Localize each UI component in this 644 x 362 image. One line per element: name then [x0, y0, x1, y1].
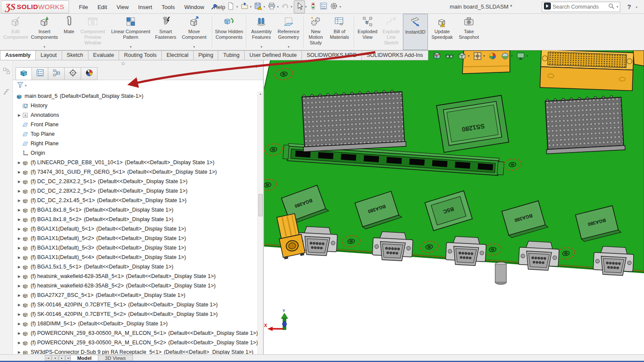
expand-arrow-icon[interactable]: ▶ — [16, 189, 22, 193]
section-view-button[interactable] — [432, 51, 442, 61]
search-input[interactable] — [553, 4, 606, 10]
expand-arrow-icon[interactable]: ▶ — [16, 227, 22, 231]
linear-component-pattern-dropdown-icon[interactable]: ▾ — [108, 45, 154, 49]
expand-arrow-icon[interactable]: ▶ — [16, 256, 22, 259]
open-document-button[interactable] — [239, 1, 250, 13]
tree-item[interactable]: ▶(f) SK-00146_420PIN_0.7CBYTE_5<1>(Defau… — [13, 300, 258, 309]
assembly-features-button[interactable]: Assembly Features▾ — [248, 14, 275, 50]
tree-item[interactable]: ▶(f) BGA27X27_BSC_5<1>(Default<<Default>… — [13, 290, 258, 300]
expand-arrow-icon[interactable]: ▶ — [16, 341, 22, 345]
expand-arrow-icon[interactable]: ▶ — [16, 218, 22, 222]
menu-window[interactable]: Window — [179, 1, 209, 13]
expand-arrow-icon[interactable]: ▶ — [16, 284, 22, 288]
new-motion-study-button[interactable]: New Motion Study — [305, 14, 327, 50]
tree-scrollbar[interactable]: ▲ — [258, 91, 263, 354]
tab-sketch[interactable]: Sketch — [62, 50, 88, 60]
tree-item[interactable]: ▶(f) BGA1X1(Default)_5<3>(Default<<Defau… — [13, 243, 258, 253]
expand-arrow-icon[interactable]: ▶ — [16, 161, 22, 165]
tab-routing-tools[interactable]: Routing Tools — [119, 50, 162, 60]
tree-item[interactable]: ▶AAnnotations — [13, 110, 258, 120]
yellow-connector-corner[interactable] — [633, 50, 644, 66]
instant3d-button[interactable]: Instant3D — [403, 14, 428, 50]
tree-item[interactable]: ▶(f) LINECARD_PCB_EB8_V01_10<1>(Default<… — [13, 158, 258, 167]
view-tab-model[interactable]: Model — [70, 355, 98, 361]
featuremanager-tab[interactable] — [16, 67, 32, 80]
flyout-expand-chevron[interactable]: › — [256, 62, 258, 70]
next-sheet-button[interactable]: ► — [59, 355, 65, 361]
tree-item[interactable]: ▶(f) DC_DC_2.2x1.45_5<1>(Default<<Defaul… — [13, 196, 258, 205]
tree-item[interactable]: Top Plane — [13, 129, 258, 139]
yellow-connector-right[interactable] — [540, 50, 634, 90]
apply-scene-dropdown-icon[interactable]: ▾ — [511, 54, 513, 58]
menu-tools[interactable]: Tools — [157, 1, 179, 13]
hide-show-items-button[interactable] — [445, 51, 454, 61]
tree-item[interactable]: ▶(f) 168DIMM_5<1>(Default<<Default>_Disp… — [13, 319, 258, 328]
rebuild-traffic-light-button[interactable] — [308, 1, 318, 13]
options-gear-dropdown-icon[interactable]: ▾ — [339, 5, 341, 9]
help-button[interactable]: ? — [627, 3, 631, 10]
update-speedpak-button[interactable]: Update Speedpak — [428, 14, 456, 50]
tree-item[interactable]: ▶(f) BGA1X1(Default)_5<4>(Default<<Defau… — [13, 253, 258, 262]
tab-layout[interactable]: Layout — [36, 50, 62, 60]
panel-splitter-handle[interactable] — [122, 62, 125, 65]
select-cursor-dropdown-icon[interactable]: ▾ — [305, 5, 307, 9]
view-settings-button[interactable] — [516, 51, 525, 61]
prev-sheet-button[interactable]: ◄ — [52, 355, 58, 361]
view-tab-3d-views[interactable]: 3D Views — [98, 355, 132, 361]
displaymanager-tab[interactable] — [81, 67, 97, 80]
expand-arrow-icon[interactable]: ▶ — [16, 199, 22, 203]
filter-dropdown-icon[interactable]: ▾ — [25, 84, 27, 87]
expand-arrow-icon[interactable]: ▶ — [16, 303, 22, 307]
collapsed-pane-icon-1[interactable] — [2, 67, 11, 77]
menu-edit[interactable]: Edit — [93, 1, 112, 13]
display-style-button[interactable] — [457, 51, 467, 61]
tab-user-defined-route[interactable]: User Defined Route — [245, 50, 302, 60]
graphics-area[interactable]: SS1280 BGA380 BGA380 — [264, 50, 644, 354]
tree-item[interactable]: ▶(f) BGA1.8x1.8_5<2>(Default<<Default>_D… — [13, 215, 258, 224]
expand-arrow-icon[interactable]: ▶ — [16, 293, 22, 297]
bill-of-materials-button[interactable]: Bill of Materials — [327, 14, 352, 50]
view-orientation-dropdown-icon[interactable]: ▾ — [484, 54, 485, 58]
options-gear-button[interactable] — [329, 1, 339, 13]
tree-item[interactable]: ▶(f) BGA1X1(Default)_5<1>(Default<<Defau… — [13, 224, 258, 234]
tree-item[interactable]: ▶(f) DC_DC_2.28X2.2_5<1>(Default<<Defaul… — [13, 177, 258, 186]
pin-menu-icon[interactable] — [210, 3, 217, 10]
open-document-dropdown-icon[interactable]: ▾ — [250, 5, 252, 9]
print-dropdown-icon[interactable]: ▾ — [277, 5, 279, 9]
scrollbar-thumb[interactable] — [258, 194, 263, 216]
tree-item[interactable]: Right Plane — [13, 139, 258, 148]
chip-ss1280[interactable]: SS1280 — [437, 95, 509, 152]
expand-arrow-icon[interactable]: ▶ — [16, 322, 22, 326]
expand-arrow-icon[interactable]: ▶ — [16, 246, 22, 250]
show-hidden-components-button[interactable]: Show Hidden Components — [214, 14, 245, 50]
standoff-cylinder[interactable] — [495, 262, 506, 284]
tree-item[interactable]: ▶(f) POWERCONN_259_63-00500_RA_M_ELCON_5… — [13, 338, 258, 347]
expand-arrow-icon[interactable]: ▶ — [16, 113, 22, 117]
expand-arrow-icon[interactable]: ▶ — [16, 208, 22, 212]
tree-item[interactable]: ▶(f) heatsink_wakefield-628-35AB_5<2>(De… — [13, 281, 258, 290]
menu-view[interactable]: View — [112, 1, 133, 13]
tree-item[interactable]: ▶(f) SK-00146_420PIN_0.7CBYTE_5<2>(Defau… — [13, 309, 258, 319]
tree-item[interactable]: ▶(f) heatsink_wakefield-628-35AB_5<1>(De… — [13, 272, 258, 281]
new-document-button[interactable] — [226, 1, 236, 13]
tree-item[interactable]: ▶(f) 73474_301_GUID_FR_GERG_5<1>(Default… — [13, 167, 258, 177]
search-icon[interactable] — [608, 3, 615, 11]
undo-dropdown-icon[interactable]: ▾ — [291, 5, 292, 9]
collapsed-pane-icon-2[interactable] — [3, 88, 10, 97]
propertymanager-tab[interactable] — [32, 67, 48, 80]
expand-arrow-icon[interactable]: ▶ — [16, 265, 22, 269]
tab-tubing[interactable]: Tubing — [218, 50, 245, 60]
reference-geometry-button[interactable]: Reference Geometry▾ — [275, 14, 302, 50]
tree-item[interactable]: Front Plane — [13, 120, 258, 129]
move-component-button[interactable]: Move Component▾ — [178, 14, 210, 50]
tab-assembly[interactable]: Assembly — [0, 50, 36, 60]
tab-piping[interactable]: Piping — [194, 50, 219, 60]
heatsink-left[interactable] — [301, 90, 406, 152]
tab-solidworks-add-ins[interactable]: SOLIDWORKS Add-Ins — [362, 50, 428, 60]
heatsink-right[interactable] — [544, 95, 625, 154]
display-style-dropdown-icon[interactable]: ▾ — [468, 54, 470, 58]
expand-arrow-icon[interactable]: ▶ — [16, 180, 22, 184]
view-orientation-button[interactable] — [473, 51, 482, 61]
move-component-dropdown-icon[interactable]: ▾ — [178, 45, 210, 49]
scrollbar-up-icon[interactable]: ▲ — [258, 92, 263, 95]
